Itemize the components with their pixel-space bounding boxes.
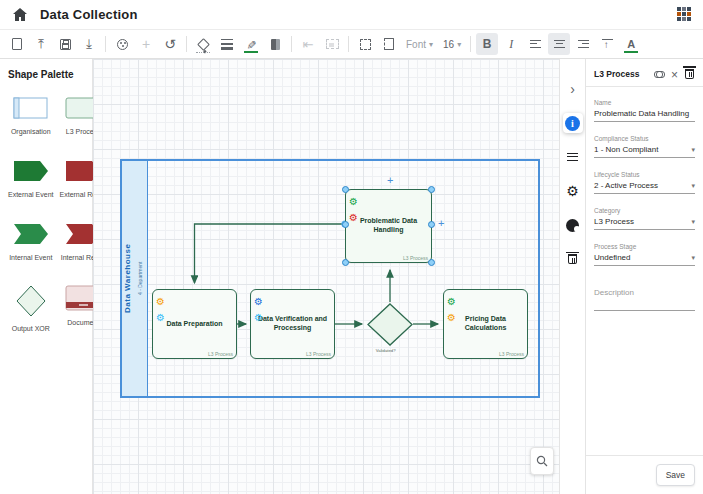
palette-item-organisation[interactable]: Organisation [8, 96, 54, 135]
node-type-tag: L3 Process [499, 351, 524, 357]
gear-icon [349, 208, 358, 224]
gear-icon [447, 292, 456, 308]
toolbar-separator [291, 36, 292, 52]
description-field[interactable]: Description [594, 288, 695, 311]
gear-icon [254, 292, 263, 308]
download-icon[interactable] [78, 33, 100, 55]
title-bar: Data Collection [0, 0, 703, 30]
palette-item-output-xor[interactable]: Output XOR [8, 285, 54, 332]
properties-title: L3 Process [594, 69, 651, 79]
align-to-edge-icon[interactable] [297, 33, 319, 55]
lifecycle-status-select[interactable]: Lifecycle Status 2 - Active Process [594, 171, 695, 194]
palette-item-internal-event[interactable]: Internal Event [8, 222, 54, 261]
node-label: Data Preparation [166, 320, 222, 329]
node-label: Pricing Data Calculations [450, 315, 521, 333]
selection-handle[interactable] [428, 259, 435, 266]
delete-tab-icon[interactable] [563, 249, 583, 269]
app-window: Data Collection Font 16 B I A [0, 0, 703, 494]
edit-geometry-icon[interactable] [378, 33, 400, 55]
node-type-tag: L3 Process [306, 351, 331, 357]
gear-icon [254, 308, 263, 324]
selection-handle[interactable] [428, 221, 435, 228]
name-field[interactable]: Name Problematic Data Handling [594, 99, 695, 122]
selection-handle[interactable] [428, 186, 435, 193]
gateway-label: Validated? [376, 347, 396, 352]
undo-icon[interactable] [159, 33, 181, 55]
italic-button[interactable]: I [500, 33, 522, 55]
connect-right-handle[interactable] [438, 218, 444, 229]
settings-tab-icon[interactable] [563, 181, 583, 201]
main-area: Shape Palette Organisation L3 Process Ex… [0, 59, 703, 494]
xor-gateway[interactable] [367, 303, 413, 346]
connector-lines [93, 59, 559, 494]
node-label: Data Verification and Processing [257, 315, 328, 333]
node-pricing-data-calculations[interactable]: Pricing Data Calculations L3 Process [443, 289, 528, 359]
font-family-select[interactable]: Font [402, 39, 437, 50]
palette-title: Shape Palette [8, 69, 86, 80]
compliance-status-select[interactable]: Compliance Status 1 - Non Compliant [594, 135, 695, 158]
align-right-icon[interactable] [572, 33, 594, 55]
gear-icon [447, 308, 456, 324]
vertical-align-icon[interactable] [596, 33, 618, 55]
process-stage-select[interactable]: Process Stage Undefined [594, 243, 695, 266]
selection-handle[interactable] [342, 186, 349, 193]
bold-button[interactable]: B [476, 33, 498, 55]
gear-icon [349, 192, 358, 208]
properties-header: L3 Process [586, 59, 703, 87]
add-icon[interactable] [135, 33, 157, 55]
node-data-verification[interactable]: Data Verification and Processing L3 Proc… [250, 289, 335, 359]
collapse-panel-icon[interactable] [563, 79, 583, 99]
selection-handle[interactable] [342, 221, 349, 228]
apps-grid-icon[interactable] [677, 7, 693, 23]
toolbar: Font 16 B I A [0, 30, 703, 59]
selection-handle[interactable] [342, 259, 349, 266]
category-select[interactable]: Category L3 Process [594, 207, 695, 230]
align-left-icon[interactable] [524, 33, 546, 55]
fill-color-icon[interactable] [192, 33, 214, 55]
style-tab-icon[interactable] [563, 215, 583, 235]
toolbar-separator [105, 36, 106, 52]
upload-icon[interactable] [30, 33, 52, 55]
toolbar-separator [348, 36, 349, 52]
toolbar-separator [470, 36, 471, 52]
node-problematic-data-handling[interactable]: Problematic Data Handling L3 Process [345, 189, 432, 263]
gear-icon [156, 292, 165, 308]
properties-fields: Name Problematic Data Handling Complianc… [586, 87, 703, 455]
node-type-tag: L3 Process [208, 351, 233, 357]
shadow-icon[interactable] [264, 33, 286, 55]
save-icon[interactable] [54, 33, 76, 55]
line-weight-icon[interactable] [216, 33, 238, 55]
save-button[interactable]: Save [656, 464, 695, 486]
palette-icon[interactable] [111, 33, 133, 55]
shape-palette: Shape Palette Organisation L3 Process Ex… [0, 59, 93, 494]
side-icon-strip [559, 59, 585, 494]
copy-icon[interactable] [6, 33, 28, 55]
border-color-icon[interactable] [240, 33, 262, 55]
align-center-icon[interactable] [548, 33, 570, 55]
toolbar-separator [186, 36, 187, 52]
insert-image-icon[interactable] [321, 33, 343, 55]
palette-item-external-event[interactable]: External Event [8, 159, 54, 198]
list-tab-icon[interactable] [563, 147, 583, 167]
diagram-canvas[interactable]: Data Warehouse 4 - Department [93, 59, 559, 494]
properties-panel: L3 Process Name Problematic Data Handlin… [585, 59, 703, 494]
home-icon[interactable] [10, 5, 30, 25]
font-size-select[interactable]: 16 [439, 39, 465, 50]
edit-style-icon[interactable] [354, 33, 376, 55]
delete-icon[interactable] [683, 67, 696, 80]
info-tab-icon[interactable] [563, 113, 583, 133]
node-type-tag: L3 Process [403, 255, 428, 261]
font-color-icon[interactable]: A [620, 33, 642, 55]
gear-icon [156, 308, 165, 324]
close-icon[interactable] [668, 67, 681, 80]
magnifier-icon [536, 455, 548, 467]
page-title: Data Collection [40, 7, 138, 22]
connect-up-handle[interactable] [387, 175, 393, 186]
link-icon[interactable] [653, 67, 666, 80]
node-label: Problematic Data Handling [352, 217, 425, 235]
panel-footer: Save [586, 455, 703, 494]
zoom-button[interactable] [530, 447, 554, 475]
node-data-preparation[interactable]: Data Preparation L3 Process [152, 289, 237, 359]
